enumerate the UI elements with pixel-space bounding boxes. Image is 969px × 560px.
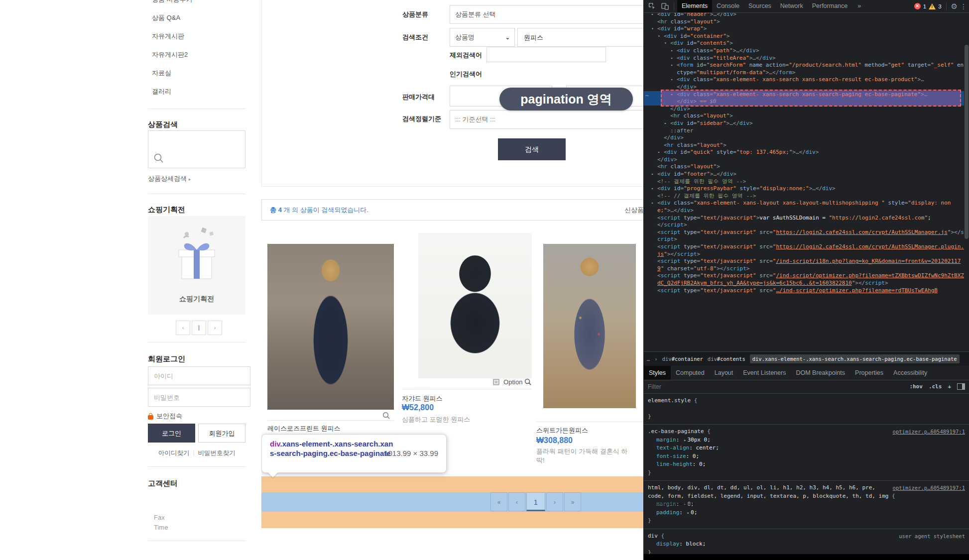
- promo-pause-button[interactable]: ∥: [192, 321, 206, 335]
- expand-shorthand-icon[interactable]: ▸: [683, 502, 687, 507]
- expand-arrow-icon[interactable]: ▸: [671, 91, 673, 99]
- devtools-tab-sources[interactable]: Sources: [744, 0, 776, 12]
- css-selector[interactable]: div: [648, 533, 658, 539]
- secure-connect[interactable]: 보안접속: [148, 412, 182, 421]
- product-name[interactable]: 스위트가든원피스: [536, 426, 588, 435]
- find-id-link[interactable]: 아이디찾기: [158, 449, 190, 456]
- styles-tab-layout[interactable]: Layout: [710, 366, 738, 380]
- collapse-arrow-icon[interactable]: ▾: [651, 25, 654, 33]
- styles-tab-dom-breakpoints[interactable]: DOM Breakpoints: [791, 366, 850, 380]
- product-name[interactable]: 레이스로즈프린트 원피스: [267, 424, 341, 433]
- category-select[interactable]: 상품분류 선택: [450, 5, 643, 24]
- dom-tree-line[interactable]: <!-- 결제를 위한 필수 영역 -->: [644, 178, 964, 186]
- css-property[interactable]: margin: ▸0;: [648, 500, 965, 509]
- scrollbar-thumb[interactable]: [965, 45, 969, 239]
- detail-search-link[interactable]: 상품상세검색 ▸: [148, 174, 191, 183]
- dom-tree-line[interactable]: ▸<div id="progressPaybar" style="display…: [644, 185, 964, 193]
- keyword-input[interactable]: [523, 28, 641, 47]
- css-property[interactable]: text-align: center;: [648, 444, 965, 452]
- css-property[interactable]: margin: ▸30px 0;: [648, 436, 965, 445]
- login-id-field[interactable]: [148, 366, 250, 385]
- product-image[interactable]: [543, 244, 636, 408]
- collapse-arrow-icon[interactable]: ▾: [658, 33, 660, 40]
- warning-icon[interactable]: [929, 3, 936, 9]
- css-source-link[interactable]: optimizer.p…605489197:1: [893, 428, 965, 436]
- filter-input[interactable]: Filter: [648, 383, 903, 390]
- expand-arrow-icon[interactable]: ▸: [664, 120, 667, 127]
- expand-shorthand-icon[interactable]: ▸: [686, 510, 691, 515]
- dom-tree-line[interactable]: </div>: [644, 156, 964, 164]
- expand-arrow-icon[interactable]: ▸: [651, 13, 654, 18]
- styles-tab-styles[interactable]: Styles: [644, 366, 671, 380]
- sort-select[interactable]: ::: 기준선택 :::: [450, 110, 643, 129]
- dom-tree-line[interactable]: ▸<div id="sidebar">…</div>: [644, 120, 964, 127]
- breadcrumb-item[interactable]: div#container: [662, 356, 703, 362]
- dom-tree-line[interactable]: <script type="text/javascript" src="/ind…: [644, 272, 964, 287]
- expand-arrow-icon[interactable]: ▸: [671, 62, 673, 69]
- breadcrumb-item[interactable]: div#contents: [708, 356, 745, 362]
- inspect-element-icon[interactable]: [646, 1, 658, 12]
- sidebar-menu-item-4[interactable]: 자료실: [148, 64, 245, 82]
- search-submit-button[interactable]: 검색: [498, 138, 566, 160]
- dom-tree-line[interactable]: ▾<div id="container">: [644, 33, 964, 40]
- dom-tree-line[interactable]: </div>: [644, 134, 964, 142]
- devtools-tab-performance[interactable]: Performance: [808, 0, 852, 12]
- page-prev-button[interactable]: ‹: [508, 492, 525, 511]
- settings-gear-icon[interactable]: ⚙: [951, 2, 958, 11]
- dom-tree-line[interactable]: ▸<div class="path">…</div>: [644, 47, 964, 55]
- dom-tree-line[interactable]: ▸<div class="xans-element- xans-layout x…: [644, 200, 964, 214]
- dom-tree-line[interactable]: <script type="text/javascript" src="/ind…: [644, 258, 964, 272]
- expand-arrow-icon[interactable]: ▸: [651, 185, 654, 193]
- promo-prev-button[interactable]: ‹: [176, 321, 190, 335]
- css-selector[interactable]: html, body, div, dl, dt, dd, ul, ol, li,…: [648, 484, 888, 499]
- dom-tree-line[interactable]: <script type="text/javascript">var sAuth…: [644, 215, 964, 229]
- dom-tree-line[interactable]: ▾<div id="contents">: [644, 40, 964, 47]
- sidebar-menu-item-1[interactable]: 상품 Q&A: [148, 8, 245, 27]
- expand-arrow-icon[interactable]: ▸: [671, 47, 673, 55]
- class-toggle[interactable]: .cls: [929, 383, 942, 390]
- dom-tree-line[interactable]: ::after: [644, 127, 964, 135]
- page-current[interactable]: 1: [526, 492, 545, 511]
- dom-tree-line[interactable]: ▸<div class="xans-element- xans-search x…: [644, 76, 964, 91]
- page-last-button[interactable]: »: [564, 492, 581, 511]
- dom-tree-line[interactable]: <script type="text/javascript" src="http…: [644, 243, 964, 258]
- login-button[interactable]: 로그인: [148, 424, 195, 443]
- css-property[interactable]: font-size: 0;: [648, 452, 965, 461]
- dom-tree-line[interactable]: <hr class="layout">: [644, 112, 964, 120]
- css-property[interactable]: padding: ▸0;: [648, 509, 965, 517]
- new-rule-button[interactable]: +: [948, 383, 951, 390]
- css-property[interactable]: display: block;: [648, 540, 965, 549]
- find-password-link[interactable]: 비밀번호찾기: [198, 449, 235, 456]
- sidebar-menu-item-0[interactable]: 상품 사용후기: [148, 0, 245, 8]
- dom-tree-line[interactable]: <!-- // 결제를 위한 필수 영역 -->: [644, 193, 964, 200]
- breadcrumb-item[interactable]: div.xans-element-.xans-search.xans-searc…: [750, 354, 960, 363]
- option-label[interactable]: Option: [503, 378, 522, 386]
- page-first-button[interactable]: «: [490, 492, 507, 511]
- exclude-input[interactable]: [492, 47, 603, 63]
- login-password-field[interactable]: [148, 388, 250, 407]
- css-property[interactable]: line-height: 0;: [648, 460, 965, 469]
- row-actions-icon[interactable]: …: [645, 91, 649, 99]
- expand-arrow-icon[interactable]: ▸: [651, 171, 654, 178]
- dom-tree-line[interactable]: <script type="text/javascript" src="…/in…: [644, 287, 964, 295]
- styles-tab-computed[interactable]: Computed: [671, 366, 710, 380]
- devtools-tab-console[interactable]: Console: [712, 0, 744, 12]
- dom-tree-line[interactable]: <hr class="layout">: [644, 142, 964, 149]
- expand-arrow-icon[interactable]: ▸: [671, 76, 673, 84]
- dom-tree-line[interactable]: ▸<div id="quick" style="top: 137.465px;"…: [644, 149, 964, 156]
- collapse-arrow-icon[interactable]: ▾: [664, 40, 667, 47]
- condition-select[interactable]: 상품명 ⌄: [450, 28, 515, 47]
- dom-tree-line[interactable]: <script type="text/javascript" src="http…: [644, 229, 964, 243]
- dom-tree-line[interactable]: ▾<div id="wrap">: [644, 25, 964, 33]
- device-toolbar-icon[interactable]: [659, 1, 671, 12]
- expand-arrow-icon[interactable]: ▸: [671, 55, 673, 62]
- dom-tree-line[interactable]: <hr class="layout">: [644, 163, 964, 171]
- join-button[interactable]: 회원가입: [198, 424, 245, 443]
- sidebar-menu-item-3[interactable]: 자유게시판2: [148, 45, 245, 64]
- css-source-link[interactable]: user agent stylesheet: [899, 532, 965, 541]
- hover-state-toggle[interactable]: :hov: [909, 383, 923, 390]
- css-source-link[interactable]: optimizer.p…605489197:1: [893, 484, 965, 492]
- promo-next-button[interactable]: ›: [208, 321, 222, 335]
- product-image[interactable]: [267, 244, 394, 410]
- kebab-menu-icon[interactable]: ⋮: [960, 2, 967, 10]
